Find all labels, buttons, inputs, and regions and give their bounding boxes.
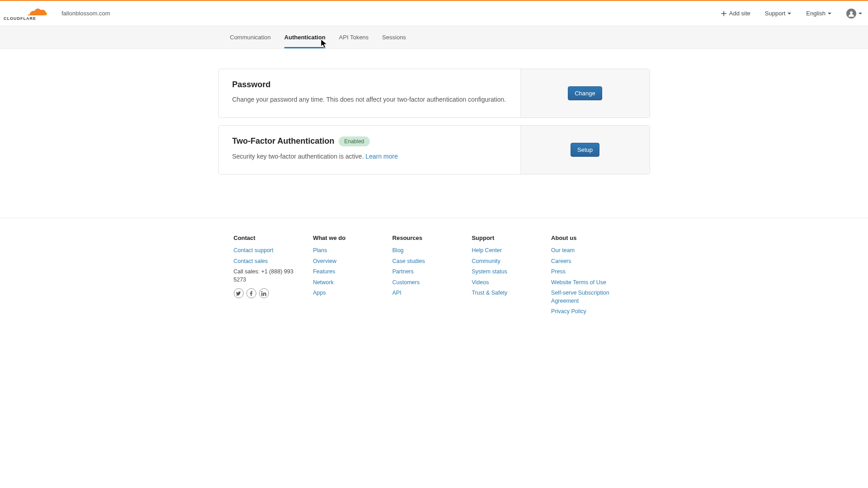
tab-api-tokens[interactable]: API Tokens — [339, 26, 369, 48]
avatar-icon — [846, 9, 856, 19]
footer-heading: What we do — [313, 235, 392, 241]
social-icons — [234, 288, 313, 298]
password-title: Password — [232, 80, 507, 89]
footer-link[interactable]: Blog — [392, 247, 461, 255]
add-site-label: Add site — [729, 10, 750, 17]
two-factor-card: Two-Factor Authentication Enabled Securi… — [218, 125, 650, 175]
footer-link[interactable]: Self-serve Subscription Agreement — [551, 289, 623, 305]
setup-two-factor-button[interactable]: Setup — [571, 143, 599, 157]
footer-link[interactable]: Website Terms of Use — [551, 279, 623, 287]
footer-col-contact: Contact Contact support Contact sales Ca… — [234, 235, 313, 316]
main-content: Password Change your password any time. … — [0, 49, 868, 218]
language-menu[interactable]: English — [806, 10, 832, 17]
footer-col-support: Support Help Center Community System sta… — [472, 235, 551, 316]
two-factor-desc-text: Security key two-factor authentication i… — [232, 153, 366, 160]
footer-heading: About us — [551, 235, 634, 241]
cloudflare-logo[interactable]: CLOUDFLARE — [2, 6, 47, 21]
footer-link[interactable]: Contact support — [234, 247, 302, 255]
svg-point-1 — [850, 11, 853, 14]
two-factor-title: Two-Factor Authentication — [232, 136, 335, 146]
support-menu[interactable]: Support — [765, 10, 792, 17]
footer-link[interactable]: Apps — [313, 289, 382, 297]
change-password-button[interactable]: Change — [568, 86, 602, 100]
footer-col-resources: Resources Blog Case studies Partners Cus… — [392, 235, 472, 316]
footer-link[interactable]: Network — [313, 279, 382, 287]
enabled-badge: Enabled — [339, 136, 369, 146]
caret-down-icon — [858, 11, 863, 16]
footer-heading: Resources — [392, 235, 472, 241]
two-factor-description: Security key two-factor authentication i… — [232, 152, 507, 162]
facebook-icon[interactable] — [246, 288, 256, 298]
footer-link[interactable]: Features — [313, 268, 382, 276]
footer-link[interactable]: Careers — [551, 258, 623, 266]
page-footer: Contact Contact support Contact sales Ca… — [0, 218, 868, 332]
learn-more-link[interactable]: Learn more — [365, 153, 398, 160]
linkedin-icon[interactable] — [259, 288, 269, 298]
footer-link[interactable]: Case studies — [392, 258, 461, 266]
top-header: CLOUDFLARE fallonblossom.com Add site Su… — [0, 1, 868, 26]
footer-link[interactable]: Contact sales — [234, 258, 302, 266]
footer-link[interactable]: System status — [472, 268, 540, 276]
tabs-bar: Communication Authentication API Tokens … — [0, 26, 868, 49]
footer-heading-contact: Contact — [234, 235, 313, 241]
add-site-button[interactable]: Add site — [721, 10, 750, 17]
footer-link[interactable]: Our team — [551, 247, 623, 255]
caret-down-icon — [827, 11, 832, 16]
footer-link[interactable]: Partners — [392, 268, 461, 276]
footer-link[interactable]: Overview — [313, 258, 382, 266]
footer-col-about: About us Our team Careers Press Website … — [551, 235, 634, 316]
footer-heading: Support — [472, 235, 551, 241]
footer-link[interactable]: Help Center — [472, 247, 540, 255]
plus-icon — [721, 11, 726, 16]
footer-link[interactable]: Plans — [313, 247, 382, 255]
site-name[interactable]: fallonblossom.com — [61, 10, 110, 17]
footer-link[interactable]: API — [392, 289, 461, 297]
footer-link[interactable]: Community — [472, 258, 540, 266]
footer-link[interactable]: Videos — [472, 279, 540, 287]
tab-authentication[interactable]: Authentication — [284, 26, 326, 48]
footer-col-what-we-do: What we do Plans Overview Features Netwo… — [313, 235, 392, 316]
svg-text:CLOUDFLARE: CLOUDFLARE — [4, 16, 36, 21]
support-label: Support — [765, 10, 786, 17]
caret-down-icon — [787, 11, 792, 16]
password-card: Password Change your password any time. … — [218, 69, 650, 118]
language-label: English — [806, 10, 826, 17]
footer-link[interactable]: Customers — [392, 279, 461, 287]
footer-link[interactable]: Trust & Safety — [472, 289, 540, 297]
header-right-nav: Add site Support English — [721, 9, 863, 19]
tab-sessions[interactable]: Sessions — [382, 26, 406, 48]
account-menu[interactable] — [846, 9, 863, 19]
twitter-icon[interactable] — [234, 288, 244, 298]
footer-link[interactable]: Privacy Policy — [551, 308, 623, 316]
password-description: Change your password any time. This does… — [232, 95, 507, 105]
footer-link[interactable]: Press — [551, 268, 623, 276]
tab-communication[interactable]: Communication — [230, 26, 271, 48]
call-sales-text: Call sales: +1 (888) 993 5273 — [234, 268, 302, 284]
